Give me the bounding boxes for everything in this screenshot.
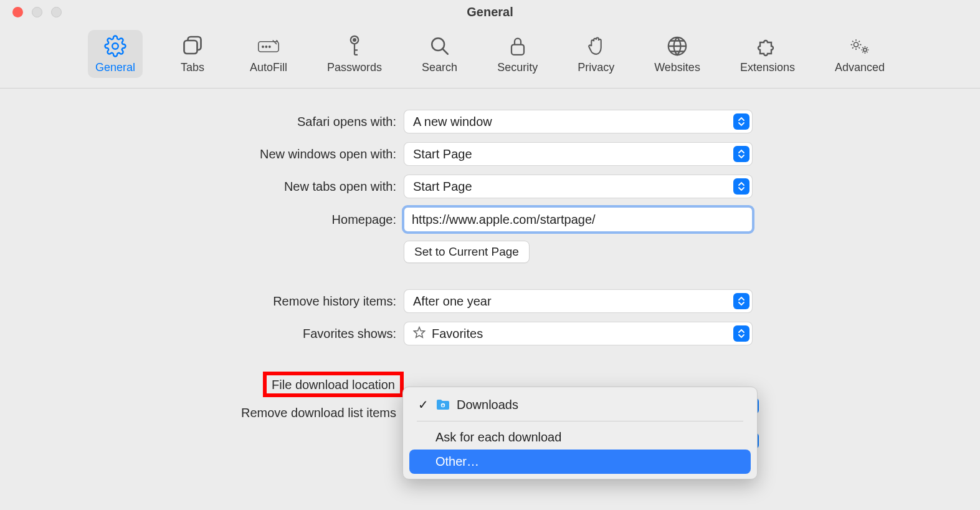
file-download-location-dropdown: ✓ Downloads Ask for each download Other…: [402, 387, 758, 479]
autofill-icon: [257, 35, 280, 57]
svg-point-0: [112, 43, 118, 49]
new-windows-open-with-label: New windows open with:: [0, 147, 404, 161]
select-value: Start Page: [413, 147, 472, 161]
chevron-updown-icon: [733, 293, 749, 309]
hand-icon: [585, 35, 607, 57]
globe-icon: [666, 35, 688, 57]
svg-rect-1: [184, 41, 197, 54]
dropdown-item-label: Ask for each download: [435, 430, 561, 445]
new-tabs-open-with-label: New tabs open with:: [0, 180, 404, 194]
lock-icon: [507, 35, 529, 57]
dropdown-item-other[interactable]: Other…: [409, 450, 751, 474]
new-windows-open-with-select[interactable]: Start Page: [404, 142, 753, 166]
tab-privacy[interactable]: Privacy: [570, 30, 622, 78]
dropdown-item-label: Downloads: [457, 398, 518, 412]
tab-tabs[interactable]: Tabs: [168, 30, 217, 78]
safari-opens-with-label: Safari opens with:: [0, 115, 404, 129]
dropdown-item-ask[interactable]: Ask for each download: [403, 425, 757, 450]
tab-advanced[interactable]: Advanced: [827, 30, 892, 78]
tab-autofill[interactable]: AutoFill: [242, 30, 295, 78]
traffic-lights: [0, 7, 62, 17]
tab-label: Search: [422, 61, 457, 74]
tab-websites[interactable]: Websites: [647, 30, 708, 78]
star-icon: [413, 326, 426, 342]
tab-label: Extensions: [740, 61, 795, 74]
tab-label: Websites: [654, 61, 700, 74]
tab-label: Security: [497, 61, 538, 74]
gears-icon: [849, 35, 871, 57]
zoom-window-button[interactable]: [51, 7, 62, 17]
chevron-updown-icon: [733, 113, 749, 130]
svg-point-3: [262, 46, 264, 47]
key-icon: [343, 35, 366, 57]
select-value: A new window: [413, 115, 492, 129]
general-form: Safari opens with: A new window New wind…: [0, 89, 980, 420]
file-download-location-label: File download location: [263, 372, 404, 397]
checkmark-icon: ✓: [417, 397, 429, 412]
favorites-shows-select[interactable]: Favorites: [404, 322, 753, 345]
gear-icon: [104, 35, 126, 57]
remove-history-items-label: Remove history items:: [0, 294, 404, 309]
svg-point-12: [863, 48, 867, 51]
svg-point-7: [353, 39, 356, 41]
svg-point-11: [854, 42, 858, 47]
window-title: General: [467, 5, 513, 19]
preferences-toolbar: General Tabs AutoFill Passwords Search: [0, 24, 980, 89]
tabs-icon: [181, 35, 204, 57]
folder-icon: [435, 398, 450, 411]
minimize-window-button[interactable]: [32, 7, 42, 17]
tab-label: AutoFill: [250, 61, 287, 74]
dropdown-separator: [417, 421, 743, 421]
set-to-current-page-button[interactable]: Set to Current Page: [404, 241, 530, 263]
close-window-button[interactable]: [12, 7, 23, 17]
titlebar: General: [0, 0, 980, 24]
safari-opens-with-select[interactable]: A new window: [404, 110, 753, 133]
remove-history-items-select[interactable]: After one year: [404, 289, 753, 313]
homepage-input[interactable]: [404, 207, 753, 232]
select-value: Start Page: [413, 180, 472, 194]
tab-general[interactable]: General: [88, 30, 143, 78]
dropdown-item-downloads[interactable]: ✓ Downloads: [403, 392, 757, 417]
tab-extensions[interactable]: Extensions: [733, 30, 802, 78]
svg-rect-9: [511, 45, 524, 55]
tab-passwords[interactable]: Passwords: [320, 30, 389, 78]
tab-label: Advanced: [835, 61, 885, 74]
new-tabs-open-with-select[interactable]: Start Page: [404, 175, 753, 198]
tab-security[interactable]: Security: [490, 30, 545, 78]
puzzle-icon: [756, 35, 779, 57]
select-value: Favorites: [432, 327, 483, 341]
search-icon: [429, 35, 451, 57]
tab-label: General: [95, 61, 135, 74]
chevron-updown-icon: [733, 146, 749, 162]
tab-search[interactable]: Search: [414, 30, 465, 78]
chevron-updown-icon: [733, 325, 749, 342]
svg-point-4: [265, 46, 267, 47]
remove-download-list-items-label: Remove download list items: [0, 406, 404, 420]
tab-label: Tabs: [181, 61, 204, 74]
tab-label: Privacy: [578, 61, 614, 74]
favorites-shows-label: Favorites shows:: [0, 327, 404, 341]
tab-label: Passwords: [327, 61, 382, 74]
chevron-updown-icon: [733, 178, 749, 195]
svg-point-5: [269, 46, 270, 47]
select-value: After one year: [413, 294, 492, 309]
homepage-label: Homepage:: [0, 213, 404, 227]
dropdown-item-label: Other…: [435, 455, 479, 469]
